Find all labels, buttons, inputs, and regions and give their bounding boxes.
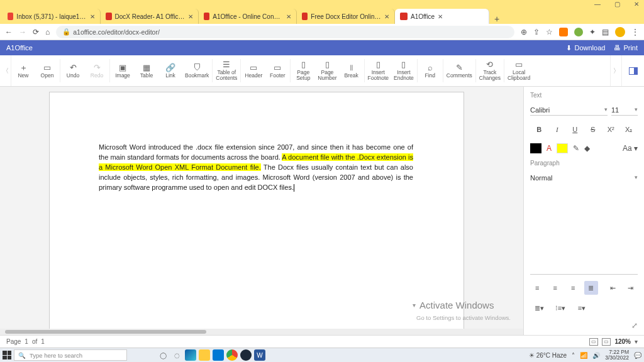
bullet-list-button[interactable]: ⁝≡▾ [552, 301, 569, 315]
toolbar-find[interactable]: ⌕Find [418, 55, 442, 86]
download-button[interactable]: ⬇Download [566, 44, 605, 52]
fit-width-button[interactable]: ▭ [602, 338, 611, 346]
toolbar-scroll-left[interactable]: 〈 [0, 55, 11, 86]
underline-button[interactable]: U [566, 122, 584, 137]
tray-chevron-icon[interactable]: ˄ [572, 352, 575, 359]
toolbar-footer[interactable]: ▭Footer [265, 55, 289, 86]
document-page[interactable]: Microsoft Word introduced the .docx file… [49, 92, 464, 331]
chrome-icon[interactable] [226, 349, 238, 361]
zoom-icon[interactable]: ⊕ [521, 28, 527, 36]
toolbar-new[interactable]: ＋New [11, 55, 35, 86]
weather-widget[interactable]: ☀ 26°C Haze [529, 352, 567, 359]
steam-icon[interactable] [240, 349, 252, 361]
close-window-button[interactable]: ✕ [634, 1, 639, 8]
forward-button[interactable]: → [19, 28, 26, 36]
align-justify-button[interactable]: ≣ [584, 281, 599, 295]
clear-format-icon[interactable]: ◆ [584, 144, 590, 153]
maximize-button[interactable]: ▢ [614, 1, 620, 8]
home-button[interactable]: ⌂ [45, 28, 50, 36]
toolbar-bookmark[interactable]: ⛉Bookmark [182, 55, 211, 86]
toolbar-table[interactable]: ▦Table [135, 55, 158, 86]
strikethrough-button[interactable]: S [584, 122, 602, 137]
close-tab-icon[interactable]: ✕ [384, 13, 389, 20]
toolbar-local-clipboard[interactable]: ▭Local Clipboard [505, 55, 533, 86]
zoom-dropdown-icon[interactable]: ▾ [635, 338, 638, 345]
reload-button[interactable]: ⟳ [33, 28, 39, 36]
line-spacing-button[interactable]: ≣▾ [530, 301, 548, 315]
fit-page-button[interactable]: ▭ [589, 338, 598, 346]
extensions-icon[interactable]: ✦ [589, 28, 596, 36]
close-tab-icon[interactable]: ✕ [438, 13, 443, 20]
align-center-button[interactable]: ≡ [548, 281, 563, 295]
menu-icon[interactable]: ⋮ [631, 28, 639, 36]
highlight-color-swatch[interactable] [557, 143, 568, 153]
align-right-button[interactable]: ≡ [566, 281, 580, 295]
toolbar-open[interactable]: ▭Open [35, 55, 59, 86]
close-tab-icon[interactable]: ✕ [188, 13, 193, 20]
address-bar[interactable]: 🔒 a1office.co/editor/docx-editor/ [56, 26, 514, 38]
cortana-icon[interactable]: ◌ [171, 349, 182, 361]
task-view-icon[interactable]: ◯ [157, 349, 169, 361]
number-list-button[interactable]: ≡▾ [573, 301, 591, 315]
indent-button[interactable]: ⇥ [624, 281, 638, 295]
explorer-icon[interactable] [199, 349, 210, 361]
toolbar-break[interactable]: ⫴Break [340, 55, 364, 86]
minimize-button[interactable]: — [594, 1, 601, 8]
align-left-button[interactable]: ≡ [530, 281, 545, 295]
toolbar-insert-footnote[interactable]: ▯Insert Footnote [365, 55, 392, 86]
font-color-swatch[interactable] [530, 143, 541, 153]
close-tab-icon[interactable]: ✕ [286, 13, 291, 20]
mail-icon[interactable] [213, 349, 224, 361]
toolbar-link[interactable]: 🔗Link [158, 55, 182, 86]
outdent-button[interactable]: ⇤ [606, 281, 620, 295]
toolbar-header[interactable]: ▭Header [242, 55, 265, 86]
browser-tab[interactable]: A1Office✕ [395, 9, 489, 24]
italic-button[interactable]: I [548, 122, 567, 137]
toolbar-image[interactable]: ▣Image [111, 55, 135, 86]
edge-icon[interactable] [185, 349, 196, 361]
toolbar-insert-endnote[interactable]: ▯Insert Endnote [391, 55, 416, 86]
toolbar-comments[interactable]: ✎Comments [444, 55, 475, 86]
toolbar-undo[interactable]: ↶Undo [61, 55, 85, 86]
bookmark-icon[interactable]: ☆ [546, 28, 553, 36]
volume-icon[interactable]: 🔊 [592, 352, 600, 359]
toolbar-page-number[interactable]: ▯Page Number [315, 55, 339, 86]
notifications-icon[interactable]: 💬 [634, 352, 641, 359]
back-button[interactable]: ← [5, 28, 13, 36]
toolbar-table-of-contents[interactable]: ☰Table of Contents [213, 55, 240, 86]
taskbar-clock[interactable]: 7:22 PM 3/30/2022 [605, 349, 629, 361]
toolbar-scroll-right[interactable]: 〉 [610, 55, 621, 86]
highlight-pen-icon[interactable]: ✎ [573, 144, 579, 153]
share-icon[interactable]: ⇪ [533, 28, 540, 36]
taskbar-search[interactable]: 🔍 Type here to search [14, 349, 127, 361]
profile-avatar[interactable] [615, 27, 625, 37]
new-tab-button[interactable]: + [489, 14, 504, 24]
toolbar-track-changes[interactable]: ⟲Track Changes [477, 55, 503, 86]
close-tab-icon[interactable]: ✕ [90, 13, 95, 20]
horizontal-scrollbar[interactable] [0, 329, 523, 335]
start-button[interactable] [3, 351, 11, 359]
toolbar-redo[interactable]: ↷Redo [85, 55, 109, 86]
font-family-select[interactable]: Calibri [530, 105, 608, 116]
extension-icon-2[interactable] [574, 28, 583, 36]
extension-icon-1[interactable] [559, 28, 568, 36]
font-color-a[interactable]: A [547, 144, 552, 153]
font-size-select[interactable]: 11 [611, 105, 638, 116]
case-button[interactable]: Aa ▾ [623, 144, 638, 153]
reading-list-icon[interactable]: ▤ [602, 28, 609, 36]
browser-tab[interactable]: DocX Reader- A1 Office - A1 off✕ [101, 9, 199, 24]
zoom-level[interactable]: 120% [614, 338, 631, 345]
browser-tab[interactable]: Inbox (5,371) - laique123@gmai✕ [3, 9, 101, 24]
toggle-side-panel[interactable] [621, 55, 644, 86]
wifi-icon[interactable]: 📶 [580, 352, 587, 359]
paragraph-style-select[interactable]: Normal [530, 173, 638, 275]
print-button[interactable]: 🖶Print [614, 44, 638, 52]
browser-tab[interactable]: Free Docx Editor Online - Easy t✕ [297, 9, 395, 24]
subscript-button[interactable]: X₂ [620, 122, 638, 137]
browser-tab[interactable]: A1Office - Online Conversion an✕ [199, 9, 297, 24]
toolbar-page-setup[interactable]: ▯Page Setup [291, 55, 315, 86]
expand-panel-icon[interactable]: ⤢ [631, 321, 638, 330]
bold-button[interactable]: B [530, 122, 548, 137]
superscript-button[interactable]: X² [602, 122, 620, 137]
word-icon[interactable]: W [254, 349, 265, 361]
